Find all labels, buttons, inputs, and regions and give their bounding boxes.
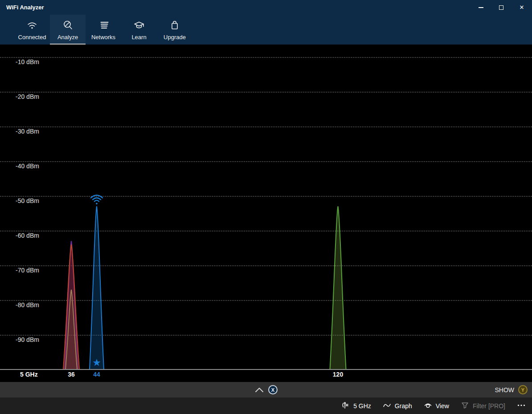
connected-network-curve[interactable] [90, 206, 104, 369]
tab-label: Upgrade [164, 34, 186, 41]
window-controls: ✕ [471, 0, 532, 15]
tab-label: Learn [131, 34, 146, 41]
frequency-band-icon [341, 401, 350, 411]
gamepad-x-badge: X [268, 385, 278, 394]
networks-list-icon [98, 19, 109, 32]
wifi-icon [26, 19, 38, 32]
channel-tick-label: 36 [68, 371, 75, 378]
graph-wave-icon [383, 401, 391, 411]
graduation-cap-icon [133, 19, 145, 32]
close-button[interactable]: ✕ [512, 0, 532, 15]
tab-label: Analyze [57, 34, 78, 41]
tab-networks[interactable]: Networks [86, 15, 121, 45]
nav-tabs: Connected Analyze [14, 15, 532, 45]
signal-chart: -10 dBm-20 dBm-30 dBm-40 dBm-50 dBm-60 d… [0, 45, 532, 382]
gamepad-y-badge: Y [518, 385, 528, 394]
filter-pro-button[interactable]: Filter [PRO] [455, 398, 511, 414]
tab-connected[interactable]: Connected [14, 15, 50, 45]
shopping-bag-icon [169, 19, 180, 32]
toolbar-label: 5 GHz [353, 402, 371, 410]
channel-tick-label: 44 [93, 371, 100, 378]
tab-label: Networks [91, 34, 115, 41]
header: WiFi Analyzer ✕ Connected [0, 0, 532, 45]
toolbar-label: Graph [395, 402, 412, 410]
close-icon: ✕ [520, 4, 524, 10]
tab-upgrade[interactable]: Upgrade [157, 15, 192, 45]
favorite-star-icon: ★ [92, 357, 101, 368]
app-title: WiFi Analyzer [6, 4, 44, 11]
bottom-toolbar: 5 GHz Graph View Filter [0, 398, 532, 414]
more-ellipsis-icon [517, 401, 526, 411]
signal-curves: ★ [0, 45, 532, 382]
ch120-network-curve[interactable] [330, 206, 346, 369]
eye-icon [424, 401, 432, 411]
toolbar-label: Filter [PRO] [473, 402, 505, 410]
maximize-button[interactable] [491, 0, 512, 15]
expand-control[interactable]: X [254, 382, 278, 398]
analyze-magnifier-icon [62, 19, 74, 32]
toolbar-label: View [436, 402, 449, 410]
tab-analyze[interactable]: Analyze [50, 15, 86, 45]
connected-wifi-icon [91, 195, 102, 204]
minimize-icon [479, 7, 483, 8]
chevron-up-icon [254, 387, 264, 393]
app-window: WiFi Analyzer ✕ Connected [0, 0, 532, 414]
show-button[interactable]: SHOW Y [495, 382, 528, 398]
filter-funnel-icon [461, 401, 469, 411]
show-networks-bar: X SHOW Y [0, 382, 532, 398]
maximize-icon [499, 5, 503, 10]
view-button[interactable]: View [418, 398, 455, 414]
titlebar: WiFi Analyzer ✕ [0, 0, 532, 15]
more-options-button[interactable] [511, 398, 532, 414]
show-label: SHOW [495, 386, 514, 394]
x-axis-line [0, 369, 532, 370]
band-label: 5 GHz [20, 371, 38, 378]
tab-learn[interactable]: Learn [121, 15, 157, 45]
tab-label: Connected [18, 34, 46, 41]
channel-tick-label: 120 [333, 371, 343, 378]
graph-mode-button[interactable]: Graph [377, 398, 418, 414]
minimize-button[interactable] [471, 0, 491, 15]
band-selector-button[interactable]: 5 GHz [336, 398, 377, 414]
